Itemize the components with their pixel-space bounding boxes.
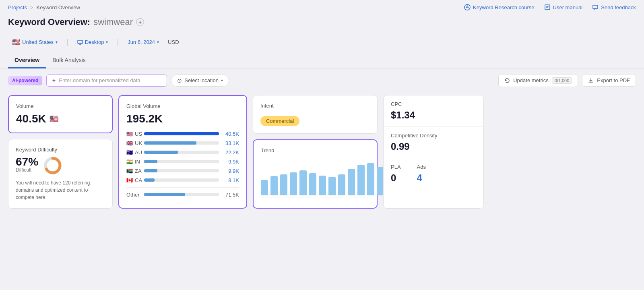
other-bar-track	[144, 193, 219, 196]
keyword-research-course-link[interactable]: Keyword Research course	[464, 4, 534, 10]
breadcrumb: Projects > Keyword Overview	[8, 4, 80, 10]
svg-rect-4	[78, 40, 83, 44]
pla-ads-section: PLA 0 Ads 4	[384, 158, 483, 189]
export-pdf-button[interactable]: Export to PDF	[582, 74, 636, 87]
country-flag: 🇿🇦	[126, 168, 133, 174]
ads-value: 4	[417, 172, 426, 184]
intent-badge: Commercial	[260, 116, 299, 126]
volume-flag: 🇺🇸	[50, 114, 58, 123]
feedback-icon	[592, 4, 599, 10]
bar-value: 9.9K	[222, 168, 239, 174]
send-feedback-link[interactable]: Send feedback	[592, 4, 636, 10]
country-bar-row: 🇿🇦ZA9.9K	[126, 168, 239, 174]
tab-bulk-analysis[interactable]: Bulk Analysis	[46, 53, 92, 68]
country-flag: 🇬🇧	[126, 140, 133, 146]
left-column: Volume 40.5K 🇺🇸 Keyword Difficulty 67% D…	[8, 95, 113, 209]
location-select[interactable]: ⊙ Select location ▾	[171, 75, 229, 87]
kd-difficulty-label: Difficult	[16, 168, 38, 172]
country-flag: 🇨🇦	[126, 177, 133, 183]
cards-grid: Volume 40.5K 🇺🇸 Keyword Difficulty 67% D…	[0, 93, 644, 217]
bar-value: 33.1K	[222, 140, 239, 146]
competitive-density-section: Competitive Density 0.99	[384, 127, 483, 158]
country-flag: 🇮🇳	[126, 159, 133, 165]
bar-fill	[144, 132, 219, 135]
location-icon: ⊙	[177, 77, 182, 84]
competitive-density-label: Competitive Density	[391, 133, 476, 139]
pla-label: PLA	[391, 164, 401, 170]
trend-bar	[280, 174, 287, 195]
desktop-icon	[77, 39, 83, 45]
trend-x-axis	[261, 197, 369, 197]
tabs-row: Overview Bulk Analysis	[0, 53, 644, 68]
cpc-value: $1.34	[391, 110, 476, 121]
trend-bar	[357, 165, 365, 195]
kd-row: 67% Difficult	[16, 156, 105, 175]
country-code: 🇬🇧UK	[126, 140, 141, 146]
country-bar-row: 🇨🇦CA8.1K	[126, 177, 239, 183]
country-flag: 🇦🇺	[126, 149, 133, 155]
kd-card: Keyword Difficulty 67% Difficult You wil…	[8, 139, 113, 209]
top-nav-links: Keyword Research course User manual Send…	[464, 4, 636, 10]
country-code-text: US	[135, 131, 142, 137]
volume-label: Volume	[16, 103, 105, 109]
country-bar-row: 🇮🇳IN9.9K	[126, 159, 239, 165]
keyword-name: swimwear	[93, 17, 133, 27]
country-code-text: IN	[135, 159, 140, 165]
bar-value: 8.1K	[222, 177, 239, 183]
volume-card: Volume 40.5K 🇺🇸	[8, 95, 113, 133]
ads-group: Ads 4	[417, 164, 426, 184]
tab-overview[interactable]: Overview	[8, 53, 46, 68]
domain-placeholder: Enter domain for personalized data	[59, 77, 140, 83]
update-metrics-button[interactable]: Update metrics 0/1,000	[498, 74, 578, 87]
trend-bar	[338, 174, 345, 195]
trend-bar	[309, 173, 316, 195]
country-bar-row: 🇺🇸US40.5K	[126, 131, 239, 137]
intent-label: Intent	[260, 103, 370, 109]
country-code-text: ZA	[135, 168, 142, 174]
right-metrics-card: CPC $1.34 Competitive Density 0.99 PLA 0…	[383, 95, 484, 209]
kd-description: You will need to have 120 referring doma…	[16, 179, 105, 201]
user-manual-link[interactable]: User manual	[544, 4, 583, 10]
date-filter-button[interactable]: Jun 6, 2024 ▾	[124, 37, 163, 47]
bar-track	[144, 141, 219, 145]
trend-label: Trend	[261, 147, 369, 153]
cpc-label: CPC	[391, 101, 476, 107]
page-title: Keyword Overview: swimwear +	[8, 17, 636, 27]
bar-fill	[144, 160, 157, 163]
bar-track	[144, 132, 219, 135]
ai-powered-badge: AI-powered	[8, 76, 42, 85]
device-filter-button[interactable]: Desktop ▾	[73, 37, 112, 47]
bar-fill	[144, 178, 155, 182]
trend-bar	[270, 176, 278, 195]
pla-value: 0	[391, 172, 401, 184]
intent-card: Intent Commercial	[253, 95, 378, 134]
trend-bar	[290, 172, 297, 195]
trend-bar	[328, 177, 336, 195]
country-code-text: AU	[135, 149, 142, 155]
bar-track	[144, 169, 219, 172]
ai-bar: AI-powered ✦ Enter domain for personaliz…	[0, 68, 644, 93]
country-filter-button[interactable]: 🇺🇸 United States ▾	[8, 36, 62, 48]
country-code: 🇺🇸US	[126, 131, 141, 137]
global-volume-value: 195.2K	[126, 112, 239, 125]
page-wrapper: Projects > Keyword Overview Keyword Rese…	[0, 0, 644, 290]
bar-value: 22.2K	[222, 149, 239, 155]
middle-right-col: Intent Commercial Trend	[253, 95, 378, 209]
cpc-section: CPC $1.34	[384, 95, 483, 127]
domain-input-wrap[interactable]: ✦ Enter domain for personalized data	[46, 75, 167, 87]
trend-bars-container	[261, 159, 369, 195]
bar-value: 40.5K	[222, 131, 239, 137]
country-code: 🇿🇦ZA	[126, 168, 141, 174]
competitive-density-value: 0.99	[391, 141, 476, 152]
trend-bar	[299, 170, 307, 195]
volume-value: 40.5K 🇺🇸	[16, 112, 105, 125]
trend-bar	[319, 176, 326, 195]
pla-ads-row: PLA 0 Ads 4	[391, 164, 476, 184]
global-volume-label: Global Volume	[126, 103, 239, 109]
breadcrumb-projects[interactable]: Projects	[8, 4, 27, 10]
country-code-text: UK	[135, 140, 142, 146]
breadcrumb-current: Keyword Overview	[37, 4, 80, 10]
add-keyword-button[interactable]: +	[136, 18, 144, 26]
country-bar-row: 🇦🇺AU22.2K	[126, 149, 239, 155]
page-header: Keyword Overview: swimwear +	[0, 14, 644, 33]
